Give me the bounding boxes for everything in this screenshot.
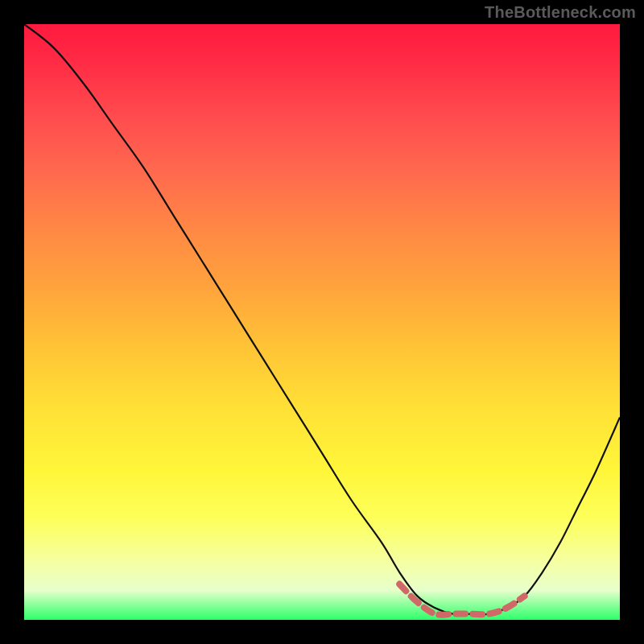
watermark-text: TheBottleneck.com <box>485 3 636 22</box>
bottleneck-curve <box>24 24 620 614</box>
optimal-range-marker <box>399 584 524 615</box>
plot-area <box>24 24 620 620</box>
chart-svg <box>24 24 620 620</box>
